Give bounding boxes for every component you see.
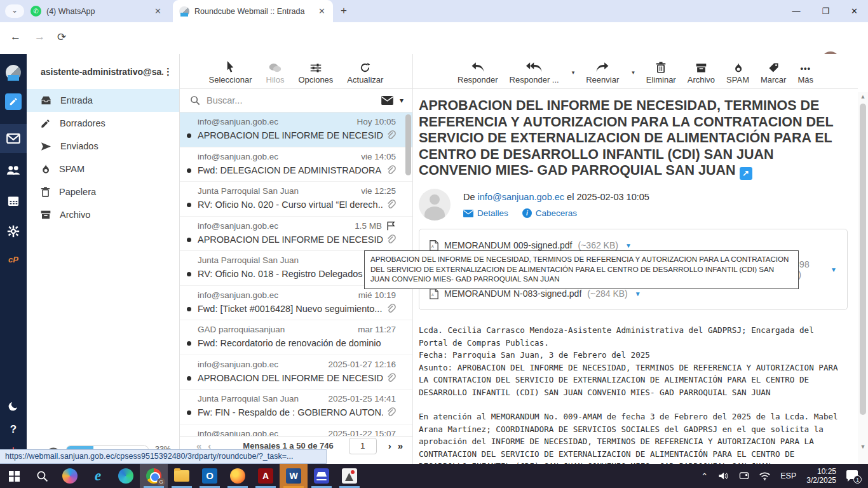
refresh-icon[interactable]: ⟳	[57, 30, 66, 44]
spam-button[interactable]: SPAM	[726, 60, 749, 85]
close-window-icon[interactable]: ✕	[851, 6, 858, 16]
notification-center-icon[interactable]: 1	[846, 470, 860, 482]
attachment-menu-caret-icon[interactable]: ▼	[831, 266, 837, 273]
list-scrollbar-thumb[interactable]	[405, 114, 411, 175]
rail-settings-item[interactable]	[0, 218, 27, 245]
close-tab-icon[interactable]: ✕	[153, 6, 163, 16]
tab-roundcube[interactable]: Roundcube Webmail :: Entrada ✕	[173, 0, 333, 22]
tab-whatsapp[interactable]: ✆ (4) WhatsApp ✕	[24, 0, 169, 22]
attachment-menu-caret-icon[interactable]: ▼	[635, 290, 641, 297]
folder-label: SPAM	[59, 164, 85, 174]
new-tab-button[interactable]: +	[341, 4, 347, 17]
account-email: asistente-administrativo@sa...	[41, 67, 163, 77]
wifi-icon[interactable]	[759, 472, 770, 480]
folder-papelera[interactable]: Papelera	[27, 180, 179, 203]
archive-button[interactable]: Archivo	[688, 60, 715, 85]
scroll-up-icon[interactable]: ▲	[858, 93, 868, 100]
rail-cpanel-item[interactable]: cP	[0, 246, 27, 273]
help-icon[interactable]: ?	[10, 423, 17, 436]
restore-icon[interactable]: ❐	[822, 6, 829, 16]
refresh-button[interactable]: Actualizar	[347, 60, 383, 85]
folder-entrada[interactable]: Entrada	[27, 89, 179, 112]
clock[interactable]: 10:25 3/2/2025	[806, 467, 836, 485]
details-link[interactable]: Detalles	[463, 208, 508, 218]
threads-button[interactable]: Hilos	[266, 60, 285, 85]
sender-email-link[interactable]: info@sanjuan.gob.ec	[478, 192, 564, 202]
taskbar-firefox-button[interactable]	[224, 464, 252, 488]
refresh-icon	[360, 62, 370, 73]
taskbar-word-button[interactable]: W	[280, 464, 308, 488]
rail-mail-item[interactable]	[0, 124, 27, 153]
folder-enviados[interactable]: Enviados	[27, 135, 179, 158]
list-item[interactable]: info@sanjuan.gob.ec2025-01-22 15:07	[180, 424, 412, 437]
more-button[interactable]: ••• Más	[797, 60, 813, 85]
forward-button[interactable]: Reenviar	[586, 60, 619, 85]
page-input[interactable]	[349, 438, 377, 454]
close-tab-icon[interactable]: ✕	[317, 6, 327, 16]
last-page-icon[interactable]: »	[398, 440, 403, 451]
dark-mode-moon-icon[interactable]	[8, 400, 19, 412]
details-envelope-icon	[463, 210, 473, 217]
minimize-icon[interactable]: —	[792, 6, 800, 16]
scanner-app-icon	[314, 468, 329, 484]
language-indicator[interactable]: ESP	[780, 471, 796, 480]
list-item[interactable]: info@sanjuan.gob.ec1.5 MB APROBACION DEL…	[180, 217, 412, 252]
folder-archivo[interactable]: Archivo	[27, 203, 179, 226]
paperclip-icon	[386, 304, 396, 314]
taskbar-ie-button[interactable]: e	[84, 464, 112, 488]
list-item[interactable]: info@sanjuan.gob.ecmié 10:19 Fwd: [Ticke…	[180, 286, 412, 321]
taskbar-chrome-button[interactable]: G	[140, 464, 168, 488]
folder-label: Enviados	[60, 141, 98, 151]
reply-all-caret-icon[interactable]: ▾	[572, 69, 575, 85]
account-menu-icon[interactable]: ⋮	[163, 66, 173, 78]
taskbar-acrobat-button[interactable]: A	[252, 464, 280, 488]
tab-search-button[interactable]: ⌄	[5, 4, 24, 18]
taskbar-edge-button[interactable]	[112, 464, 140, 488]
taskbar-explorer-button[interactable]	[168, 464, 196, 488]
list-item[interactable]: info@sanjuan.gob.ec2025-01-27 12:16 APRO…	[180, 355, 412, 390]
options-button[interactable]: Opciones	[298, 60, 333, 85]
search-options-chevron-icon[interactable]: ▾	[400, 96, 403, 105]
list-item[interactable]: info@sanjuan.gob.ecHoy 10:05 APROBACION …	[180, 112, 412, 147]
list-item[interactable]: Junta Parroquial San Juan2025-01-25 14:4…	[180, 390, 412, 424]
roundcube-logo[interactable]	[0, 59, 27, 86]
message-subject: APROBACION DEL INFORME DE NECESIDAD, TER…	[419, 98, 839, 180]
start-button[interactable]	[0, 464, 28, 488]
volume-icon[interactable]	[718, 471, 729, 480]
reply-all-button[interactable]: Responder ...	[510, 60, 559, 85]
scroll-down-icon[interactable]: ▼	[858, 444, 868, 450]
taskbar-search-button[interactable]	[28, 464, 56, 488]
message-scrollbar[interactable]: ▲ ▼	[858, 92, 868, 464]
folder-spam[interactable]: SPAM	[27, 158, 179, 180]
taskbar-cortana-button[interactable]	[56, 464, 84, 488]
tray-chevron-icon[interactable]: ⌃	[701, 471, 708, 481]
taskbar-outlook-button[interactable]: O	[196, 464, 224, 488]
rail-contacts-item[interactable]	[0, 157, 27, 184]
taskbar-java-button[interactable]	[336, 464, 363, 488]
attachment-menu-caret-icon[interactable]: ▼	[625, 242, 632, 249]
teams-icon[interactable]	[739, 471, 749, 480]
select-button[interactable]: Seleccionar	[209, 60, 252, 85]
list-item[interactable]: info@sanjuan.gob.ecvie 14:05 Fwd: DELEGA…	[180, 147, 412, 182]
forward-caret-icon[interactable]: ▾	[632, 69, 635, 85]
open-external-icon[interactable]: ↗	[740, 167, 752, 180]
search-scope-mail-icon[interactable]	[381, 96, 393, 105]
rail-calendar-item[interactable]	[0, 187, 27, 214]
mark-button[interactable]: Marcar	[761, 60, 786, 85]
flag-icon[interactable]	[386, 221, 396, 231]
link-status-bar: https://webmail.sanjuan.gob.ec/cpsess951…	[0, 449, 327, 464]
delete-button[interactable]: Eliminar	[646, 60, 676, 85]
taskbar-scanner-button[interactable]	[308, 464, 336, 488]
search-input[interactable]	[207, 95, 375, 105]
back-icon[interactable]: ←	[10, 30, 21, 43]
reply-button[interactable]: Responder	[458, 60, 498, 85]
trash-icon	[41, 187, 50, 197]
forward-icon[interactable]: →	[34, 30, 45, 43]
list-item[interactable]: Junta Parroquial San Juanvie 12:25 RV: O…	[180, 182, 412, 217]
folder-borradores[interactable]: Borradores	[27, 112, 179, 135]
list-item[interactable]: GAD parroquiasanjuanmar 11:27 Fwd: Recor…	[180, 320, 412, 355]
scrollbar-thumb[interactable]	[860, 104, 866, 415]
next-page-icon[interactable]: ›	[388, 440, 391, 451]
headers-link[interactable]: i Cabeceras	[522, 208, 577, 218]
compose-button[interactable]	[0, 88, 27, 115]
